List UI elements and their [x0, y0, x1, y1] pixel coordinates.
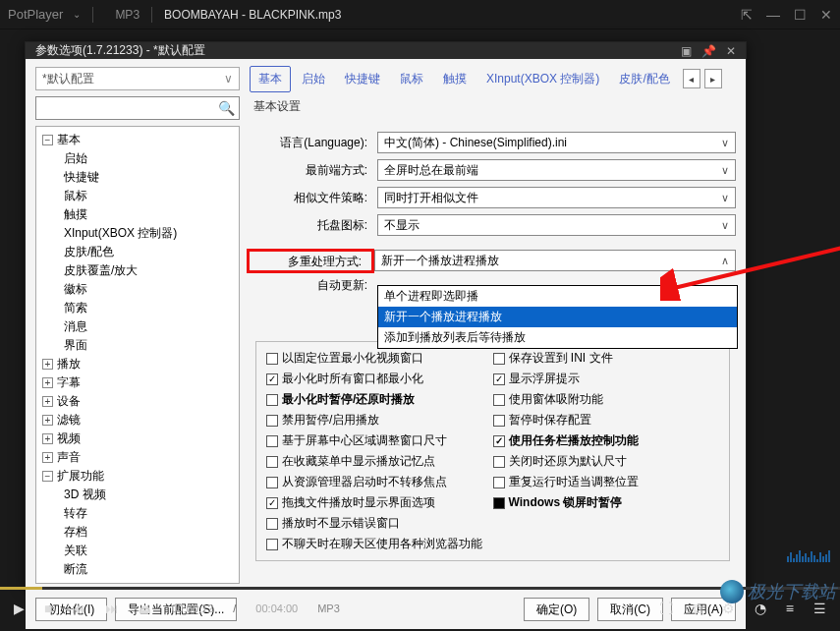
tree-video[interactable]: +视频: [38, 430, 237, 448]
eject-icon[interactable]: ⏏: [139, 601, 151, 616]
tab-xinput[interactable]: XInput(XBOX 控制器): [477, 66, 608, 92]
chk-save-on-pause[interactable]: 暂停时保存配置: [493, 412, 720, 429]
chk-lock-pause[interactable]: Windows 锁屏时暂停: [493, 494, 720, 511]
dialog-title: 参数选项(1.7.21233) - *默认配置: [35, 42, 205, 59]
minimize-icon[interactable]: —: [766, 7, 780, 23]
tab-scroll-right[interactable]: ▸: [704, 69, 722, 88]
chk-show-bookmarks[interactable]: 在收藏菜单中显示播放记忆点: [266, 453, 493, 470]
select-language[interactable]: 中文(简体) - Chinese(Simplified).ini ∨: [377, 132, 736, 153]
chk-chat-browser[interactable]: 不聊天时在聊天区使用各种浏览器功能: [266, 536, 719, 552]
info-icon[interactable]: ◔: [755, 601, 766, 616]
tree-touch[interactable]: 触摸: [38, 205, 237, 224]
chevron-down-icon: ∨: [721, 219, 729, 232]
tab-mouse[interactable]: 鼠标: [391, 66, 432, 92]
tree-dump[interactable]: 转存: [38, 504, 237, 523]
close-icon[interactable]: ✕: [820, 7, 832, 23]
tab-touch[interactable]: 触摸: [434, 66, 476, 92]
media-format: MP3: [115, 8, 140, 22]
chk-fixed-minimize[interactable]: 以固定位置最小化视频窗口: [266, 350, 493, 367]
dialog-close-icon[interactable]: ✕: [726, 44, 736, 58]
tree-search-input[interactable]: [40, 101, 218, 115]
tree-device[interactable]: +设备: [38, 392, 237, 411]
settings-dialog: 参数选项(1.7.21233) - *默认配置 ▣ 📌 ✕ *默认配置 ∨ 基本…: [25, 41, 747, 587]
tree-basic[interactable]: −基本: [38, 131, 237, 149]
tree-playback[interactable]: +播放: [38, 355, 237, 373]
dialog-pin-icon[interactable]: 📌: [701, 44, 716, 58]
select-similar[interactable]: 同时打开相似文件 ∨: [377, 187, 736, 208]
category-tree[interactable]: −基本 启始 快捷键 鼠标 触摸 XInput(XBOX 控制器) 皮肤/配色 …: [35, 126, 240, 584]
tree-subtitle[interactable]: +字幕: [38, 373, 237, 392]
chk-min-all-windows[interactable]: 最小化时所有窗口都最小化: [266, 371, 493, 387]
pin-icon[interactable]: ⇱: [741, 7, 753, 23]
chk-drag-interface[interactable]: 拖拽文件播放时显示界面选项: [266, 494, 493, 511]
tab-startup[interactable]: 启始: [293, 66, 334, 92]
dialog-restore-icon[interactable]: ▣: [681, 44, 692, 58]
tree-startup[interactable]: 启始: [38, 149, 237, 168]
stop-icon[interactable]: ■: [44, 601, 52, 616]
row-similar: 相似文件策略: 同时打开相似文件 ∨: [250, 187, 736, 208]
chk-disable-pause[interactable]: 禁用暂停/启用播放: [266, 412, 493, 429]
select-front[interactable]: 全屏时总在最前端 ∨: [377, 159, 736, 181]
chk-floating-tip[interactable]: 显示浮屏提示: [493, 371, 720, 387]
settings-icon[interactable]: ⚙: [722, 601, 735, 616]
tree-skin[interactable]: 皮肤/配色: [38, 243, 237, 261]
fullscreen-icon[interactable]: ⛶: [659, 601, 673, 616]
tree-archive[interactable]: 存档: [38, 523, 237, 542]
tree-logo[interactable]: 徽标: [38, 280, 237, 299]
select-multi[interactable]: 新开一个播放进程播放 ∧: [374, 250, 736, 271]
prev-icon[interactable]: ⏮: [72, 601, 85, 616]
multi-option-newprocess[interactable]: 新开一个播放进程播放: [378, 307, 737, 327]
config-profile-value: *默认配置: [42, 71, 94, 87]
tree-message[interactable]: 消息: [38, 317, 237, 336]
tree-filter[interactable]: +滤镜: [38, 411, 237, 430]
tree-xinput[interactable]: XInput(XBOX 控制器): [38, 224, 237, 243]
dialog-titlebar[interactable]: 参数选项(1.7.21233) - *默认配置 ▣ 📌 ✕: [26, 42, 746, 59]
play-icon[interactable]: ▶: [14, 601, 25, 616]
tree-audio[interactable]: +声音: [38, 448, 237, 467]
select-language-value: 中文(简体) - Chinese(Simplified).ini: [384, 135, 567, 151]
search-icon[interactable]: 🔍: [218, 100, 235, 116]
tree-search-opt[interactable]: 简索: [38, 299, 237, 317]
compact-icon[interactable]: ⧉: [693, 601, 702, 617]
tree-interface[interactable]: 界面: [38, 336, 237, 355]
tree-extensions[interactable]: −扩展功能: [38, 467, 237, 486]
chk-save-ini[interactable]: 保存设置到 INI 文件: [493, 350, 720, 367]
tree-stream[interactable]: 断流: [38, 560, 237, 579]
label-tray: 托盘图标:: [250, 217, 377, 234]
playlist-icon[interactable]: ≡: [786, 601, 794, 616]
tab-skin[interactable]: 皮肤/配色: [610, 66, 678, 92]
tree-skin-overlay[interactable]: 皮肤覆盖/放大: [38, 261, 237, 280]
app-name: PotPlayer: [8, 7, 63, 22]
tab-scroll-left[interactable]: ◂: [683, 69, 700, 88]
chk-no-error-window[interactable]: 播放时不显示错误窗口: [266, 515, 719, 532]
menu-icon[interactable]: ☰: [813, 601, 826, 616]
tab-basic[interactable]: 基本: [250, 66, 291, 92]
app-menu-chevron[interactable]: ⌄: [73, 9, 81, 20]
chk-snap[interactable]: 使用窗体吸附功能: [493, 391, 720, 408]
tab-shortcuts[interactable]: 快捷键: [336, 66, 389, 92]
chk-reset-size[interactable]: 关闭时还原为默认尺寸: [493, 453, 720, 470]
tree-mouse[interactable]: 鼠标: [38, 187, 237, 205]
playback-progress[interactable]: [0, 587, 840, 590]
tab-bar: 基本 启始 快捷键 鼠标 触摸 XInput(XBOX 控制器) 皮肤/配色 ◂…: [250, 67, 736, 90]
chk-adjust-position[interactable]: 重复运行时适当调整位置: [493, 474, 720, 490]
chk-no-focus[interactable]: 从资源管理器启动时不转移焦点: [266, 474, 493, 490]
config-profile-select[interactable]: *默认配置 ∨: [35, 67, 240, 90]
chk-taskbar-control[interactable]: 使用任务栏播放控制功能: [493, 432, 720, 449]
chk-center-resize[interactable]: 基于屏幕中心区域调整窗口尺寸: [266, 432, 493, 449]
tree-shortcuts[interactable]: 快捷键: [38, 168, 237, 187]
chk-pause-on-min[interactable]: 最小化时暂停/还原时播放: [266, 391, 493, 408]
tree-search[interactable]: 🔍: [35, 96, 240, 120]
tree-3d[interactable]: 3D 视频: [38, 486, 237, 504]
maximize-icon[interactable]: ☐: [794, 7, 807, 23]
multi-dropdown[interactable]: 单个进程即选即播 新开一个播放进程播放 添加到播放列表后等待播放: [377, 285, 738, 349]
tree-associate[interactable]: 关联: [38, 542, 237, 560]
next-icon[interactable]: ⏭: [105, 601, 119, 616]
equalizer-visualizer: [787, 550, 830, 562]
multi-option-single[interactable]: 单个进程即选即播: [378, 286, 737, 307]
multi-option-queue[interactable]: 添加到播放列表后等待播放: [378, 327, 737, 348]
select-tray[interactable]: 不显示 ∨: [377, 214, 736, 236]
select-similar-value: 同时打开相似文件: [384, 190, 478, 206]
format-indicator: MP3: [317, 602, 340, 614]
select-multi-value: 新开一个播放进程播放: [381, 253, 499, 269]
